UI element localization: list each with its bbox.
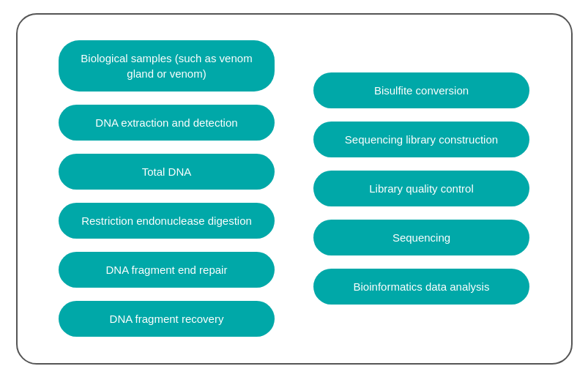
dna-fragment-recovery-box: DNA fragment recovery [59, 301, 275, 337]
bisulfite-conversion-box: Bisulfite conversion [313, 72, 529, 108]
restriction-endonuclease-box: Restriction endonuclease digestion [59, 203, 275, 239]
sequencing-box: Sequencing [313, 220, 529, 255]
library-quality-control-box: Library quality control [313, 171, 529, 206]
bioinformatics-data-analysis-box: Bioinformatics data analysis [313, 269, 529, 305]
dna-extraction-box: DNA extraction and detection [59, 105, 275, 141]
biological-samples-box: Biological samples (such as venom gland … [59, 40, 275, 92]
right-column: Bisulfite conversionSequencing library c… [313, 72, 529, 305]
sequencing-library-construction-box: Sequencing library construction [313, 122, 529, 157]
dna-fragment-end-repair-box: DNA fragment end repair [59, 252, 275, 288]
main-container: Biological samples (such as venom gland … [16, 13, 573, 365]
left-column: Biological samples (such as venom gland … [59, 40, 275, 337]
total-dna-box: Total DNA [59, 154, 275, 190]
